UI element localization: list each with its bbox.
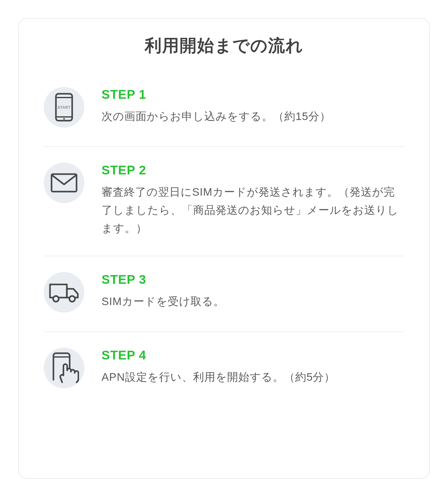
- step-text: STEP 1 次の画面からお申し込みをする。（約15分）: [102, 87, 404, 125]
- step-text: STEP 4 APN設定を行い、利用を開始する。（約5分）: [102, 348, 404, 386]
- phone-touch-icon: [44, 348, 84, 388]
- step-desc: APN設定を行い、利用を開始する。（約5分）: [102, 368, 404, 386]
- card-title: 利用開始までの流れ: [44, 34, 404, 57]
- flow-card: 利用開始までの流れ START STEP 1 次の画面からお申し込みをする。（約…: [18, 18, 430, 479]
- step-label: STEP 2: [102, 163, 404, 177]
- step-list: START STEP 1 次の画面からお申し込みをする。（約15分） STEP …: [44, 87, 404, 407]
- svg-text:START: START: [57, 105, 71, 110]
- svg-point-7: [53, 296, 59, 302]
- step-desc: 次の画面からお申し込みをする。（約15分）: [102, 107, 404, 125]
- step-row: START STEP 1 次の画面からお申し込みをする。（約15分）: [44, 87, 404, 146]
- svg-rect-6: [50, 284, 67, 298]
- mail-icon: [44, 163, 84, 203]
- svg-point-3: [63, 118, 65, 119]
- step-text: STEP 2 審査終了の翌日にSIMカードが発送されます。（発送が完了しましたら…: [102, 163, 404, 237]
- phone-start-icon: START: [44, 87, 84, 128]
- svg-point-8: [69, 296, 75, 302]
- step-desc: SIMカードを受け取る。: [102, 292, 404, 310]
- step-row: STEP 2 審査終了の翌日にSIMカードが発送されます。（発送が完了しましたら…: [44, 146, 404, 256]
- step-label: STEP 4: [102, 348, 404, 362]
- step-text: STEP 3 SIMカードを受け取る。: [102, 272, 404, 310]
- step-desc: 審査終了の翌日にSIMカードが発送されます。（発送が完了しましたら、「商品発送の…: [102, 183, 404, 237]
- step-label: STEP 3: [102, 273, 404, 287]
- step-label: STEP 1: [102, 88, 404, 102]
- truck-icon: [44, 272, 84, 313]
- step-row: STEP 3 SIMカードを受け取る。: [44, 256, 404, 331]
- step-row: STEP 4 APN設定を行い、利用を開始する。（約5分）: [44, 331, 404, 407]
